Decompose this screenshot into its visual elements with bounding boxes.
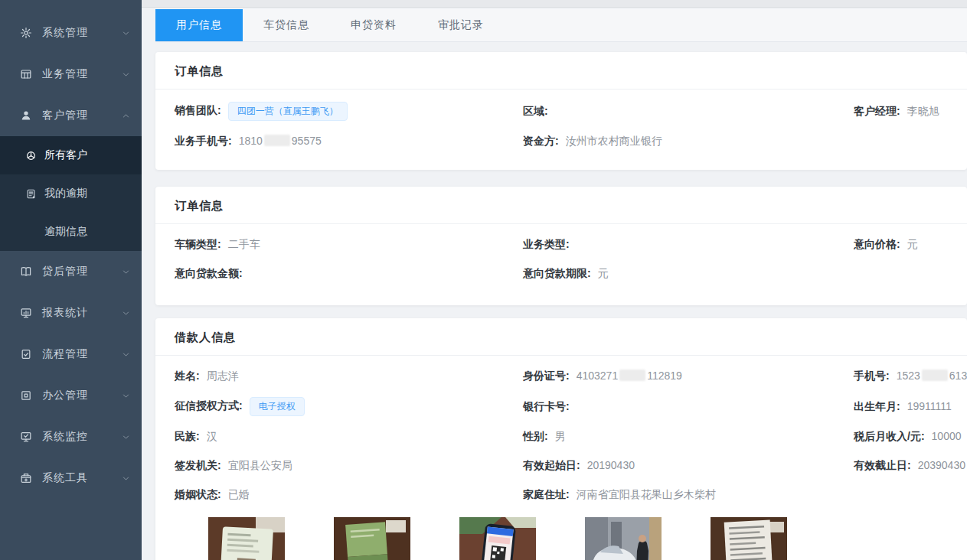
card-divider: [155, 355, 967, 356]
chevron-down-icon: [121, 350, 131, 360]
main-content: 用户信息车贷信息申贷资料审批记录 订单信息销售团队:四团一营（直属王鹏飞）区域:…: [142, 0, 967, 560]
field-label-id-number: 身份证号:: [523, 370, 570, 382]
field-label-intent-loan-amount: 意向贷款金额:: [175, 267, 243, 279]
value-part: 112819: [647, 370, 682, 382]
field-id-number: 身份证号:4103271112819: [523, 370, 854, 383]
field-label-account-manager: 客户经理:: [854, 105, 900, 117]
user-icon: [20, 109, 32, 122]
field-value-gender: 男: [555, 430, 566, 442]
sidebar-item-business-management[interactable]: 业务管理: [0, 54, 142, 95]
field-label-intent-loan-term: 意向贷款期限:: [523, 267, 591, 279]
chevron-down-icon: [121, 308, 131, 318]
sidebar-item-system-monitoring[interactable]: 系统监控: [0, 416, 142, 457]
sidebar-item-customer-management[interactable]: 客户管理: [0, 95, 142, 136]
field-ethnicity: 民族:汉: [175, 430, 523, 444]
field-label-valid-end-date: 有效截止日:: [854, 459, 911, 471]
field-region: 区域:: [523, 105, 854, 119]
book-icon: [20, 265, 32, 278]
chevron-down-icon: [121, 28, 131, 38]
photo-wrap-green-booklet-photo: 驾驶证照片: [334, 517, 410, 560]
photo-wrap-phone-qr-photo: 征信授权: [459, 517, 536, 560]
field-value-home-address: 河南省宜阳县花果山乡木柴村: [577, 488, 716, 500]
sidebar-subitem-all-customers[interactable]: 所有客户: [0, 136, 142, 174]
order-info-card-2: 订单信息车辆类型:二手车业务类型:意向价格:元意向贷款金额:意向贷款期限:元: [155, 187, 967, 305]
sidebar-subitem-label: 所有客户: [44, 148, 87, 162]
field-value-business-phone: 181095575: [239, 135, 322, 147]
sidebar-item-label: 系统管理: [42, 26, 121, 40]
tab-user-info[interactable]: 用户信息: [155, 9, 243, 41]
card-divider: [155, 89, 967, 90]
sidebar-subitem-overdue-info[interactable]: 逾期信息: [0, 213, 142, 251]
sidebar-item-system-management[interactable]: 系统管理: [0, 12, 142, 54]
office-icon: [20, 389, 32, 402]
field-label-business-type: 业务类型:: [523, 238, 570, 250]
field-intent-loan-term: 意向贷款期限:元: [523, 267, 854, 281]
value-part: 1810: [239, 135, 263, 147]
card-title: 订单信息: [155, 52, 967, 89]
sidebar-item-post-loan-management[interactable]: 贷后管理: [0, 251, 142, 292]
sidebar-item-label: 报表统计: [42, 306, 121, 320]
sidebar-item-label: 业务管理: [42, 67, 121, 81]
card-title: 订单信息: [155, 187, 967, 223]
field-business-type: 业务类型:: [523, 238, 854, 252]
field-label-funder: 资金方:: [523, 135, 559, 147]
field-label-vehicle-type: 车辆类型:: [175, 238, 221, 250]
chevron-down-icon: [121, 474, 131, 483]
person-car-photo[interactable]: [585, 517, 662, 560]
field-label-home-address: 家庭住址:: [523, 488, 570, 500]
field-value-phone-number: 15236137: [897, 370, 967, 382]
field-value-id-number: 4103271112819: [577, 370, 682, 382]
field-label-after-tax-income: 税后月收入/元:: [854, 430, 925, 442]
phone-qr-photo[interactable]: [459, 517, 536, 560]
field-value-birth-date: 19911111: [907, 400, 952, 412]
field-home-address: 家庭住址:河南省宜阳县花果山乡木柴村: [523, 488, 854, 502]
sidebar-item-report-statistics[interactable]: 报表统计: [0, 292, 142, 334]
field-row: 民族:汉性别:男税后月收入/元:10000: [155, 428, 967, 445]
field-row: 征信授权方式:电子授权银行卡号:出生年月:19911111: [155, 397, 967, 416]
field-label-region: 区域:: [523, 105, 548, 117]
field-label-birth-date: 出生年月:: [854, 400, 900, 412]
sidebar-item-label: 系统监控: [42, 430, 121, 444]
gear-icon: [20, 27, 32, 39]
field-label-business-phone: 业务手机号:: [175, 135, 232, 147]
censored-blur: [264, 135, 290, 146]
top-strip: [142, 0, 967, 8]
sidebar-item-label: 流程管理: [42, 347, 121, 361]
doc-icon: [25, 188, 37, 200]
chevron-down-icon: [121, 267, 131, 277]
wheel-icon: [25, 150, 37, 161]
field-row: 销售团队:四团一营（直属王鹏飞）区域:客户经理:李晓旭: [155, 102, 967, 121]
field-value-issuing-authority: 宜阳县公安局: [228, 459, 292, 471]
sidebar-item-label: 办公管理: [42, 389, 121, 402]
field-label-valid-start-date: 有效起始日:: [523, 459, 580, 471]
order-info-card-1: 订单信息销售团队:四团一营（直属王鹏飞）区域:客户经理:李晓旭业务手机号:181…: [155, 52, 967, 170]
tab-loan-application-docs[interactable]: 申贷资料: [330, 9, 417, 41]
green-booklet-photo[interactable]: [334, 517, 410, 560]
tab-approval-records[interactable]: 审批记录: [417, 9, 505, 41]
field-phone-number: 手机号:15236137: [854, 370, 967, 383]
field-value-intent-loan-term: 元: [598, 267, 609, 279]
tab-car-loan-info[interactable]: 车贷信息: [243, 9, 330, 41]
censored-blur: [619, 370, 645, 381]
field-after-tax-income: 税后月收入/元:10000: [854, 430, 962, 444]
sidebar-item-system-tools[interactable]: 系统工具: [0, 457, 142, 499]
tag-sales-team[interactable]: 四团一营（直属王鹏飞）: [228, 102, 348, 121]
field-value-marital-status: 已婚: [228, 488, 250, 500]
field-marital-status: 婚姻状态:已婚: [175, 488, 523, 502]
sidebar-item-office-management[interactable]: 办公管理: [0, 375, 142, 416]
value-part: 6137: [949, 370, 967, 382]
sidebar: 系统管理业务管理客户管理所有客户我的逾期逾期信息贷后管理报表统计流程管理办公管理…: [0, 0, 142, 560]
field-value-ethnicity: 汉: [207, 430, 217, 442]
sidebar-subitem-my-overdue[interactable]: 我的逾期: [0, 174, 142, 213]
paper-doc-photo[interactable]: [711, 517, 787, 560]
field-credit-auth-method: 征信授权方式:电子授权: [175, 397, 523, 416]
cards-container: 订单信息销售团队:四团一营（直属王鹏飞）区域:客户经理:李晓旭业务手机号:181…: [142, 52, 967, 560]
id-card-photo[interactable]: [208, 517, 285, 560]
field-issuing-authority: 签发机关:宜阳县公安局: [175, 459, 523, 473]
sidebar-item-process-management[interactable]: 流程管理: [0, 334, 142, 375]
borrower-info-card: 借款人信息姓名:周志洋身份证号:4103271112819手机号:1523613…: [155, 318, 967, 560]
tag-credit-auth-method[interactable]: 电子授权: [250, 397, 305, 416]
value-part: 1523: [897, 370, 920, 382]
field-value-valid-start-date: 20190430: [587, 459, 635, 471]
field-label-intent-price: 意向价格:: [854, 238, 900, 250]
